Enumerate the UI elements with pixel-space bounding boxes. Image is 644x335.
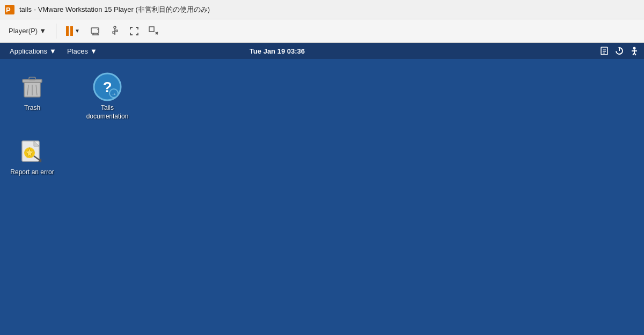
usb-button[interactable] bbox=[107, 23, 123, 39]
report-error-icon-desktop[interactable]: Report an error bbox=[8, 134, 56, 179]
clipboard-icon[interactable] bbox=[599, 46, 610, 56]
fullscreen-icon bbox=[128, 25, 140, 37]
tails-docs-label: Tails documentation bbox=[86, 104, 129, 121]
applications-label: Applications bbox=[10, 47, 47, 55]
player-menu-chevron: ▼ bbox=[39, 27, 46, 35]
vmware-icon: P bbox=[4, 4, 15, 15]
svg-rect-26 bbox=[29, 77, 35, 80]
svg-rect-9 bbox=[116, 30, 118, 32]
player-menu-label: Player(P) bbox=[9, 27, 38, 35]
send-ctrl-alt-del-icon bbox=[90, 25, 101, 37]
svg-line-23 bbox=[634, 53, 636, 55]
power-icon[interactable] bbox=[614, 46, 625, 56]
svg-rect-13 bbox=[601, 47, 608, 55]
tails-docs-svg: ? → bbox=[92, 72, 122, 102]
guest-menubar: Applications ▼ Places ▼ Tue Jan 19 03:36 bbox=[0, 43, 644, 59]
accessibility-icon[interactable] bbox=[629, 46, 640, 56]
fullscreen-button[interactable] bbox=[126, 23, 142, 39]
report-error-label: Report an error bbox=[10, 168, 54, 177]
report-error-svg bbox=[18, 137, 47, 166]
trash-icon-desktop[interactable]: Trash bbox=[8, 70, 56, 115]
usb-icon bbox=[109, 25, 121, 37]
places-menu[interactable]: Places ▼ bbox=[62, 45, 103, 57]
title-bar: P tails - VMware Workstation 15 Player (… bbox=[0, 0, 644, 19]
applications-menu[interactable]: Applications ▼ bbox=[4, 45, 62, 57]
desktop: Trash ? → Tails documentation bbox=[0, 59, 644, 335]
places-chevron: ▼ bbox=[90, 47, 97, 55]
unity-button[interactable] bbox=[145, 23, 162, 39]
send-ctrl-alt-del-button[interactable] bbox=[87, 23, 104, 39]
svg-rect-10 bbox=[149, 27, 154, 32]
clock: Tue Jan 19 03:36 bbox=[250, 47, 305, 55]
unity-icon bbox=[148, 25, 159, 37]
toolbar-separator bbox=[56, 24, 56, 39]
pause-button[interactable]: ▼ bbox=[62, 24, 84, 38]
player-menu-button[interactable]: Player(P) ▼ bbox=[4, 25, 50, 37]
svg-point-19 bbox=[633, 47, 635, 50]
trash-icon-image bbox=[17, 72, 47, 102]
tails-docs-icon-desktop[interactable]: ? → Tails documentation bbox=[83, 70, 131, 123]
svg-text:→: → bbox=[111, 91, 117, 97]
window-title: tails - VMware Workstation 15 Player (非営… bbox=[19, 5, 210, 14]
applications-chevron: ▼ bbox=[49, 47, 56, 55]
svg-point-6 bbox=[114, 26, 116, 28]
vmware-toolbar: Player(P) ▼ ▼ bbox=[0, 19, 644, 43]
svg-text:P: P bbox=[6, 6, 11, 14]
tails-docs-icon-image: ? → bbox=[92, 72, 122, 102]
pause-chevron: ▼ bbox=[75, 28, 80, 34]
places-label: Places bbox=[67, 47, 88, 55]
pause-icon bbox=[66, 26, 73, 36]
svg-rect-2 bbox=[91, 28, 99, 33]
report-error-icon-image bbox=[17, 136, 47, 166]
trash-label: Trash bbox=[24, 104, 40, 113]
system-tray bbox=[599, 46, 640, 56]
trash-svg bbox=[18, 72, 47, 101]
